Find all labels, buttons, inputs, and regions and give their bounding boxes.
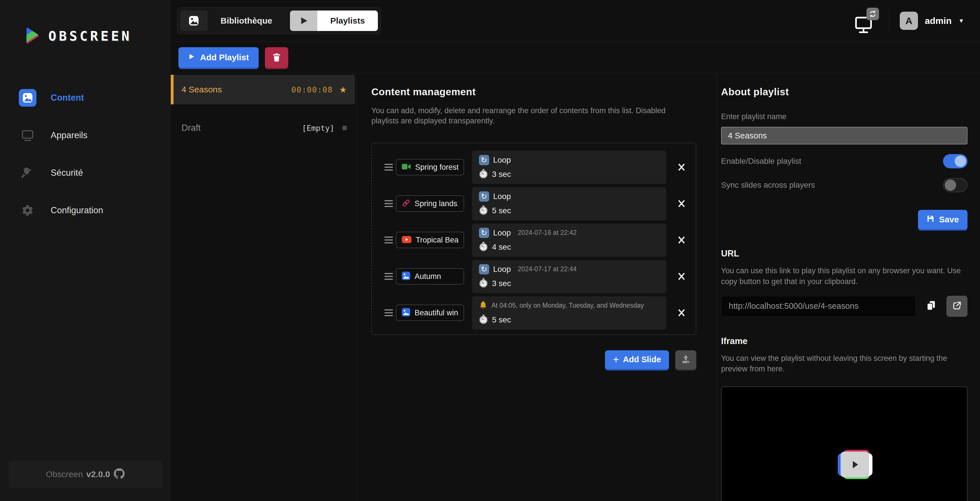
url-title: URL	[721, 249, 967, 259]
drag-handle-icon[interactable]	[385, 200, 393, 207]
slide-settings-card[interactable]: ↻Loop2024-07-16 at 22:42 4 sec	[472, 224, 666, 257]
screen-preview-button[interactable]	[854, 8, 879, 34]
content-title: Content management	[371, 86, 696, 98]
slide-chip[interactable]: Beautiful win…	[396, 304, 464, 321]
sidebar-item-label: Sécurité	[51, 168, 83, 178]
slide-row: Spring forest… ↻Loop 3 sec	[385, 151, 690, 184]
refresh-icon	[867, 8, 879, 20]
close-icon[interactable]	[673, 272, 690, 281]
slide-settings-card[interactable]: ↻Loop 5 sec	[472, 187, 666, 220]
obscreen-app: OBSCREEN Content Appareils Sécurité	[0, 0, 980, 501]
obscreen-logo: OBSCREEN	[0, 0, 171, 47]
footer-version: v2.0.0	[86, 469, 110, 479]
loop-icon: ↻	[479, 191, 489, 201]
copy-button[interactable]	[923, 298, 939, 314]
slide-row: Spring lands… ↻Loop 5 sec	[385, 187, 690, 220]
trash-icon	[272, 52, 282, 63]
slide-date: 2024-07-17 at 22:44	[518, 265, 576, 273]
about-playlist-panel: About playlist Enter playlist name Enabl…	[717, 74, 980, 501]
chevron-down-icon: ▼	[958, 17, 964, 24]
sidebar-item-configuration[interactable]: Configuration	[0, 192, 171, 229]
stopwatch-icon	[479, 314, 488, 325]
playlist-item-draft[interactable]: Draft [Empty]	[171, 121, 356, 135]
sidebar-item-label: Content	[51, 93, 84, 103]
slide-chip[interactable]: Autumn	[396, 268, 464, 285]
slide-chip[interactable]: Spring forest…	[396, 159, 464, 176]
add-playlist-button[interactable]: Add Playlist	[178, 47, 259, 68]
link-icon	[401, 198, 410, 209]
stopwatch-icon	[479, 242, 488, 252]
tab-bibliotheque[interactable]: Bibliothèque	[180, 11, 285, 31]
avatar: A	[900, 12, 918, 30]
slide-chip[interactable]: Tropical Bea…	[396, 232, 464, 248]
sync-toggle-row: Sync slides across players	[721, 178, 967, 192]
sync-slides-toggle[interactable]	[943, 178, 967, 192]
slides-actions: + Add Slide	[371, 350, 696, 369]
delete-playlist-button[interactable]	[265, 47, 288, 68]
gear-icon	[19, 201, 37, 219]
tab-playlists[interactable]: Playlists	[290, 11, 378, 31]
slide-row: Beautiful win… At 04:05, only on Monday,…	[385, 296, 690, 330]
image-icon	[401, 271, 410, 282]
youtube-icon	[401, 236, 412, 244]
obscreen-logo-icon	[20, 25, 41, 47]
stopwatch-icon	[479, 169, 488, 180]
playlist-duration: 00:00:08	[291, 85, 333, 94]
playlist-name-input[interactable]	[721, 127, 967, 144]
play-icon	[188, 52, 195, 62]
close-icon[interactable]	[673, 163, 690, 171]
close-icon[interactable]	[673, 199, 690, 208]
save-icon	[926, 215, 934, 225]
top-bar-right: A admin ▼	[854, 8, 964, 34]
version-footer: Obscreen v2.0.0	[8, 461, 162, 488]
url-row	[721, 296, 967, 317]
main-area: Bibliothèque Playlists	[171, 0, 980, 501]
url-description: You can use this link to play this playl…	[721, 266, 967, 287]
close-icon[interactable]	[673, 309, 690, 317]
github-icon[interactable]	[113, 468, 125, 480]
save-button[interactable]: Save	[918, 210, 967, 229]
close-icon[interactable]	[673, 236, 690, 244]
playlist-name-label: Enter playlist name	[721, 112, 967, 121]
drag-handle-icon[interactable]	[385, 236, 393, 243]
enable-playlist-toggle[interactable]	[943, 154, 967, 168]
drag-handle-icon[interactable]	[385, 164, 393, 171]
open-url-button[interactable]	[947, 296, 967, 317]
sidebar: OBSCREEN Content Appareils Sécurité	[0, 0, 171, 501]
sidebar-item-content[interactable]: Content	[0, 79, 171, 117]
playlist-item-4-seasons[interactable]: 4 Seasons 00:00:08 ★	[171, 75, 355, 105]
sidebar-item-securite[interactable]: Sécurité	[0, 154, 171, 192]
slide-settings-card[interactable]: ↻Loop 3 sec	[472, 151, 666, 184]
slide-row: Autumn ↻Loop2024-07-17 at 22:44 3 sec	[385, 260, 690, 293]
play-icon	[290, 11, 317, 31]
monitor-icon	[19, 127, 37, 144]
copy-icon	[926, 300, 936, 312]
bell-icon	[479, 301, 487, 311]
slide-chip[interactable]: Spring lands…	[396, 195, 464, 212]
section-tabs: Bibliothèque Playlists	[177, 7, 381, 34]
slide-settings-card[interactable]: At 04:05, only on Monday, Tuesday, and W…	[472, 296, 666, 330]
plus-icon: +	[613, 354, 619, 366]
playlist-list: 4 Seasons 00:00:08 ★ Draft [Empty]	[171, 74, 356, 501]
drag-handle-icon[interactable]	[385, 273, 393, 280]
footer-app-name: Obscreen	[46, 469, 83, 479]
stopwatch-icon	[479, 278, 488, 289]
stopwatch-icon	[479, 205, 488, 216]
sidebar-item-appareils[interactable]: Appareils	[0, 117, 171, 154]
sidebar-item-label: Appareils	[51, 130, 88, 141]
upload-button[interactable]	[675, 350, 696, 369]
playlist-name: 4 Seasons	[181, 85, 291, 94]
user-menu[interactable]: A admin ▼	[900, 12, 964, 30]
add-slide-button[interactable]: + Add Slide	[605, 350, 669, 369]
playlist-url-input[interactable]	[721, 296, 916, 317]
user-name: admin	[925, 16, 951, 26]
content-columns: 4 Seasons 00:00:08 ★ Draft [Empty] Conte…	[171, 74, 980, 501]
preview-play-logo[interactable]	[838, 450, 872, 479]
loop-icon: ↻	[479, 264, 489, 274]
add-playlist-label: Add Playlist	[200, 52, 249, 62]
drag-handle-icon[interactable]	[385, 309, 393, 316]
slide-settings-card[interactable]: ↻Loop2024-07-17 at 22:44 3 sec	[472, 260, 666, 293]
content-management-panel: Content management You can add, modify, …	[356, 74, 717, 501]
sidebar-nav: Content Appareils Sécurité Configuration	[0, 79, 171, 229]
playlist-preview-iframe[interactable]	[721, 387, 967, 501]
